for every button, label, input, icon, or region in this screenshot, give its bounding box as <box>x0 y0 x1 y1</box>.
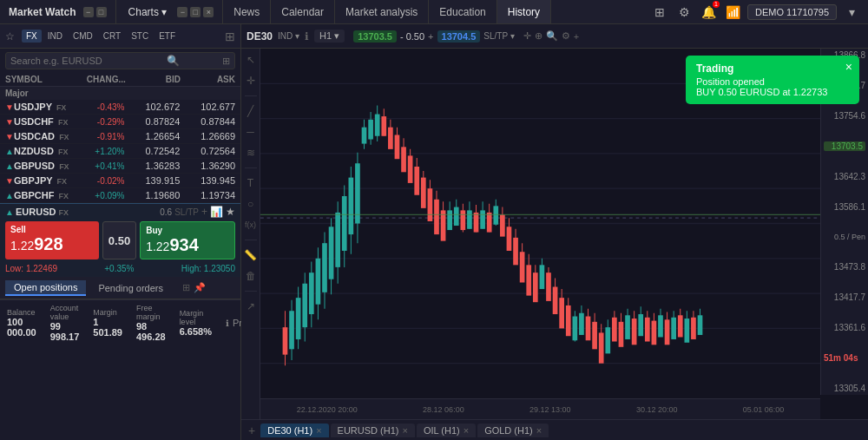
svg-rect-124 <box>652 321 657 345</box>
text-tool[interactable]: T <box>243 175 259 191</box>
mw-tab-crt[interactable]: CRT <box>99 30 125 43</box>
chart-tab-gold[interactable]: GOLD (H1) × <box>477 424 549 437</box>
table-row[interactable]: ▲ GBPUSD FX +0.41% 1.36283 1.36290 <box>0 159 240 174</box>
svg-rect-74 <box>487 213 492 233</box>
grid-view-icon[interactable]: ⊞ <box>222 56 230 67</box>
table-row[interactable]: ▼ USDCAD FX -0.91% 1.26654 1.26669 <box>0 129 240 144</box>
fib-tool[interactable]: ≋ <box>243 145 259 161</box>
notification-close[interactable]: × <box>845 60 852 74</box>
table-row[interactable]: ▼ USDCHF FX -0.29% 0.87824 0.87844 <box>0 115 240 129</box>
chart-tab-oil[interactable]: OIL (H1) × <box>417 424 476 437</box>
symbol-bid: 139.915 <box>125 175 181 186</box>
buy-button[interactable]: Buy 1.22934 <box>140 221 235 259</box>
symbol-name: USDCHF FX <box>14 116 69 127</box>
hline-tool[interactable]: ─ <box>243 124 259 140</box>
chart-tab-de30[interactable]: DE30 (H1) × <box>260 424 328 437</box>
arrow-icon: ▲ <box>5 147 14 156</box>
chart-tab-eurusd[interactable]: EURUSD (H1) × <box>331 424 415 437</box>
measure-tool[interactable]: 📏 <box>243 247 259 263</box>
chart-icon[interactable]: 📊 <box>210 206 223 218</box>
plus-icon[interactable]: + <box>201 206 207 218</box>
tab-open-positions[interactable]: Open positions <box>5 280 86 296</box>
margin-level-label: Margin level <box>180 309 212 326</box>
chart-tab-label: OIL (H1) <box>424 425 460 436</box>
tab-calendar[interactable]: Calendar <box>271 0 335 23</box>
cursor-tool[interactable]: ↖ <box>243 52 259 68</box>
sell-button[interactable]: Sell 1.22928 <box>5 221 99 259</box>
dropdown-icon[interactable]: ▾ <box>842 3 861 22</box>
svg-rect-102 <box>579 313 584 335</box>
mw-tab-stc[interactable]: STC <box>127 30 153 43</box>
mw-tab-ind[interactable]: IND <box>43 30 67 43</box>
mw-bottom: Open positions Pending orders ⊞ 📌 Balanc… <box>0 277 240 440</box>
low-value: Low: 1.22469 <box>5 264 57 275</box>
symbol-change: +0.41% <box>69 161 125 171</box>
add-chart-tab[interactable]: + <box>245 424 259 437</box>
shape-tool[interactable]: ○ <box>243 196 259 212</box>
tab-pending-orders[interactable]: Pending orders <box>89 281 172 295</box>
sltp-icon[interactable]: SL/TP <box>174 207 199 217</box>
charts-dropdown[interactable]: Charts ▾ <box>122 6 174 18</box>
crosshair-tool[interactable]: ✛ <box>243 73 259 89</box>
account-selector[interactable]: DEMO 11710795 <box>747 4 837 20</box>
tab-education[interactable]: Education <box>429 0 496 23</box>
symbol-name: USDJPY FX <box>14 102 69 112</box>
zoom-icon[interactable]: ⊕ <box>535 30 542 42</box>
price-label: 13305.4 <box>824 384 865 393</box>
crosshair-icon[interactable]: ✛ <box>523 30 531 42</box>
balance-value: 100 000.00 <box>7 317 36 338</box>
zoomin-icon[interactable]: 🔍 <box>546 30 558 42</box>
settings-sm-icon[interactable]: ⊞ <box>182 282 190 293</box>
price-open: 13704.5 <box>437 30 481 43</box>
symbol-bid: 0.87824 <box>125 116 181 127</box>
charts-minimize[interactable]: − <box>177 7 187 17</box>
margin-info: Margin 1 501.89 <box>93 308 122 338</box>
charts-pin[interactable]: □ <box>190 7 201 17</box>
pin-icon[interactable]: 📌 <box>194 282 206 293</box>
notification-icon[interactable]: 🔔1 <box>699 3 718 22</box>
close-chart-tab[interactable]: × <box>536 425 542 436</box>
settings-icon[interactable]: ⚙ <box>674 3 694 22</box>
close-chart-tab[interactable]: × <box>403 425 408 436</box>
svg-rect-36 <box>362 128 367 144</box>
delete-tool[interactable]: 🗑 <box>243 268 259 284</box>
account-value-info: Account value 99 998.17 <box>50 304 80 342</box>
timeframe-selector[interactable]: H1 ▾ <box>314 30 345 43</box>
close-chart-tab[interactable]: × <box>316 425 321 436</box>
symbol-bid: 1.26654 <box>125 131 181 141</box>
tab-market-analysis[interactable]: Market analysis <box>335 0 429 23</box>
mw-tab-fx[interactable]: FX <box>22 30 42 43</box>
layout-icon[interactable]: ⊞ <box>650 3 669 22</box>
fx-tool[interactable]: f(x) <box>243 217 259 233</box>
sell-label: Sell <box>10 225 94 234</box>
svg-rect-38 <box>368 120 373 140</box>
table-row[interactable]: ▼ USDJPY FX -0.43% 102.672 102.677 <box>0 100 240 115</box>
symbol-ask: 1.26669 <box>180 131 235 141</box>
table-row[interactable]: ▲ NZDUSD FX +1.20% 0.72542 0.72564 <box>0 144 240 159</box>
tab-history[interactable]: History <box>497 0 551 23</box>
line-tool[interactable]: ╱ <box>243 103 259 119</box>
volume-value: 0.50 <box>108 234 130 247</box>
search-input[interactable] <box>10 56 167 66</box>
chart-toolbar-icons: ✛ ⊕ 🔍 ⚙ + <box>523 30 579 42</box>
indicator-dropdown[interactable]: IND ▾ <box>278 31 299 41</box>
svg-rect-92 <box>546 273 551 301</box>
mw-tab-etf[interactable]: ETF <box>155 30 180 43</box>
svg-rect-128 <box>665 319 670 345</box>
maximize-btn[interactable]: □ <box>96 7 107 17</box>
svg-rect-30 <box>342 196 347 251</box>
minimize-btn[interactable]: − <box>83 7 94 17</box>
table-row[interactable]: ▼ GBPJPY FX -0.02% 139.915 139.945 <box>0 174 240 188</box>
sltp-label[interactable]: SL/TP ▾ <box>483 31 514 41</box>
add-indicator-icon[interactable]: + <box>574 31 579 42</box>
charts-close[interactable]: × <box>203 7 214 17</box>
share-tool[interactable]: ↗ <box>243 299 259 314</box>
svg-rect-96 <box>559 298 564 328</box>
settings-chart-icon[interactable]: ⚙ <box>562 30 570 42</box>
star-icon[interactable]: ★ <box>226 206 235 218</box>
mw-tab-cmd[interactable]: CMD <box>69 30 97 43</box>
tab-news[interactable]: News <box>223 0 271 23</box>
table-row[interactable]: ▲ GBPCHF FX +0.09% 1.19680 1.19734 <box>0 188 240 203</box>
grid-icon[interactable]: ⊞ <box>225 30 235 43</box>
close-chart-tab[interactable]: × <box>464 425 469 436</box>
